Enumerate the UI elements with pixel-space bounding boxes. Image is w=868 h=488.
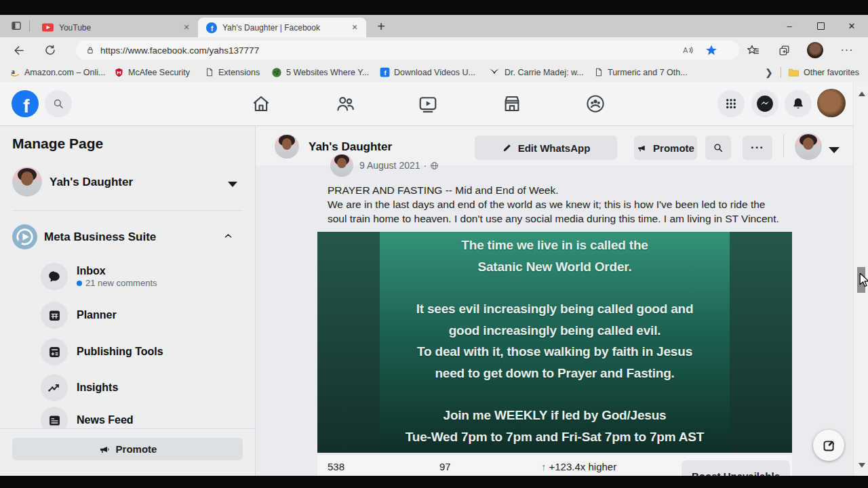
maximize-button[interactable] <box>805 15 836 37</box>
tab-actions-icon[interactable] <box>7 16 26 35</box>
sidebar-item-label: Insights <box>77 382 118 394</box>
other-favorites-folder[interactable]: Other favorites <box>788 63 859 81</box>
facebook-top-nav: f <box>0 82 853 126</box>
compose-fab-button[interactable] <box>813 430 844 461</box>
facebook-logo[interactable]: f <box>12 90 39 117</box>
document-icon <box>205 67 214 77</box>
home-icon[interactable] <box>245 88 277 119</box>
tab-separator <box>29 20 30 32</box>
meta-business-suite-icon[interactable] <box>12 224 37 249</box>
facebook-icon: f <box>380 67 390 77</box>
bookmark-mcafee[interactable]: McAfee Security <box>114 63 190 81</box>
read-aloud-icon[interactable]: A <box>681 44 694 56</box>
bookmark-amazon[interactable]: a Amazon.com – Onli... <box>9 63 106 81</box>
scroll-down-icon[interactable] <box>859 463 865 468</box>
bookmark-carrie-madej[interactable]: Dr. Carrie Madej: w... <box>488 63 584 81</box>
globe-icon <box>430 161 439 170</box>
post-stats-row: 538 97 ↑ +123.4x higher Boost Unavailabl… <box>317 454 792 476</box>
sidebar-item-label: Publishing Tools <box>77 346 163 358</box>
apps-grid-icon[interactable] <box>717 90 745 117</box>
green-badge-icon <box>271 67 282 78</box>
new-tab-icon[interactable]: + <box>372 17 391 36</box>
refresh-icon[interactable] <box>41 41 60 60</box>
account-caret-icon[interactable] <box>829 144 840 156</box>
post-date[interactable]: 9 August 2021 <box>359 160 420 171</box>
watch-icon[interactable] <box>412 88 443 119</box>
chevron-down-icon[interactable] <box>228 178 237 190</box>
pencil-icon <box>502 142 513 153</box>
image-left-band <box>317 232 380 453</box>
close-tab-icon[interactable]: ✕ <box>349 22 361 34</box>
sidebar-item-label: News Feed <box>77 414 134 426</box>
folder-icon <box>788 67 800 77</box>
bookmarks-overflow-icon[interactable]: ❯ <box>765 63 773 81</box>
image-text: The time we live in is called the Satani… <box>380 235 730 453</box>
browser-profile-avatar[interactable] <box>806 41 825 60</box>
chevron-up-icon[interactable] <box>222 231 234 241</box>
page-avatar[interactable] <box>12 167 42 197</box>
bookmark-turmeric[interactable]: Turmeric and 7 Oth... <box>594 63 688 81</box>
sidebar-page-name[interactable]: Yah's Daughter <box>50 176 133 189</box>
back-icon[interactable] <box>9 41 28 60</box>
groups-icon[interactable] <box>580 88 611 119</box>
letterbox-top <box>0 0 868 15</box>
tab-youtube[interactable]: YouTube ✕ <box>35 18 197 37</box>
tab-label: YouTube <box>59 23 180 33</box>
lock-icon <box>85 45 95 55</box>
tab-label: Yah's Daughter | Facebook <box>222 23 349 33</box>
divider <box>12 210 243 211</box>
meta-separator: · <box>424 160 427 171</box>
post-author-avatar[interactable] <box>330 154 353 177</box>
sidebar-item-sub: 21 new comments <box>77 278 157 288</box>
url-text[interactable]: https://www.facebook.com/yahs137777 <box>100 45 259 56</box>
address-bar[interactable]: https://www.facebook.com/yahs137777 A <box>76 41 739 60</box>
post-body: We are in the last days and end of the w… <box>328 197 783 226</box>
browser-toolbar: https://www.facebook.com/yahs137777 A ··… <box>0 37 868 63</box>
header-search-button[interactable] <box>705 136 731 160</box>
sidebar-promote-button[interactable]: Promote <box>12 438 243 460</box>
header-promote-button[interactable]: Promote <box>634 136 697 160</box>
sidebar-item-insights[interactable]: Insights <box>41 374 118 401</box>
header-more-button[interactable]: ··· <box>743 136 772 160</box>
sidebar-item-publishing-tools[interactable]: Publishing Tools <box>41 338 163 365</box>
favorites-icon[interactable] <box>743 41 762 60</box>
sidebar-item-label: Inbox <box>77 265 157 277</box>
messenger-icon[interactable] <box>751 90 778 117</box>
header-account-avatar[interactable] <box>795 133 822 160</box>
insights-icon <box>41 374 68 401</box>
screen: YouTube ✕ f Yah's Daughter | Facebook ✕ … <box>0 0 868 488</box>
bookmarks-separator <box>781 67 781 78</box>
scroll-up-icon[interactable] <box>859 92 865 96</box>
close-window-button[interactable]: ✕ <box>836 15 867 37</box>
friends-icon[interactable] <box>330 88 361 119</box>
close-tab-icon[interactable]: ✕ <box>180 22 193 34</box>
edit-whatsapp-button[interactable]: Edit WhatsApp <box>475 136 617 160</box>
stat-engagement: 97 <box>439 461 451 472</box>
header-page-avatar[interactable] <box>275 134 299 159</box>
browser-menu-icon[interactable]: ··· <box>837 41 856 60</box>
post-image[interactable]: The time we live in is called the Satani… <box>317 232 792 453</box>
minimize-button[interactable]: – <box>774 15 805 37</box>
megaphone-icon <box>637 143 648 153</box>
sidebar-item-news-feed[interactable]: News Feed <box>41 407 134 429</box>
tab-facebook-active[interactable]: f Yah's Daughter | Facebook ✕ <box>198 18 366 37</box>
collections-icon[interactable] <box>774 41 793 60</box>
sidebar-item-inbox[interactable]: Inbox 21 new comments <box>41 263 157 290</box>
bookmark-5-websites[interactable]: 5 Websites Where Y... <box>271 63 369 81</box>
publishing-tools-icon <box>41 338 68 365</box>
page-content: Manage Page Yah's Daughter Meta Business… <box>0 126 868 476</box>
bookmark-extensions[interactable]: Extensions <box>205 63 260 81</box>
marketplace-icon[interactable] <box>496 88 528 119</box>
search-icon[interactable] <box>45 90 72 117</box>
sidebar-items: Inbox 21 new comments Planner Publishing… <box>0 258 255 429</box>
header-separator <box>783 134 784 157</box>
unread-dot <box>77 281 82 286</box>
stat-trend: ↑ +123.4x higher <box>541 461 616 472</box>
nav-profile-avatar[interactable] <box>817 89 846 120</box>
bookmark-download-videos[interactable]: f Download Videos U... <box>380 63 475 81</box>
post-meta: 9 August 2021 · <box>359 160 439 171</box>
notifications-bell-icon[interactable] <box>785 90 812 117</box>
sidebar-item-meta-business-suite[interactable]: Meta Business Suite <box>44 230 156 244</box>
sidebar-item-planner[interactable]: Planner <box>41 302 117 329</box>
favorite-star-icon[interactable] <box>705 44 717 56</box>
